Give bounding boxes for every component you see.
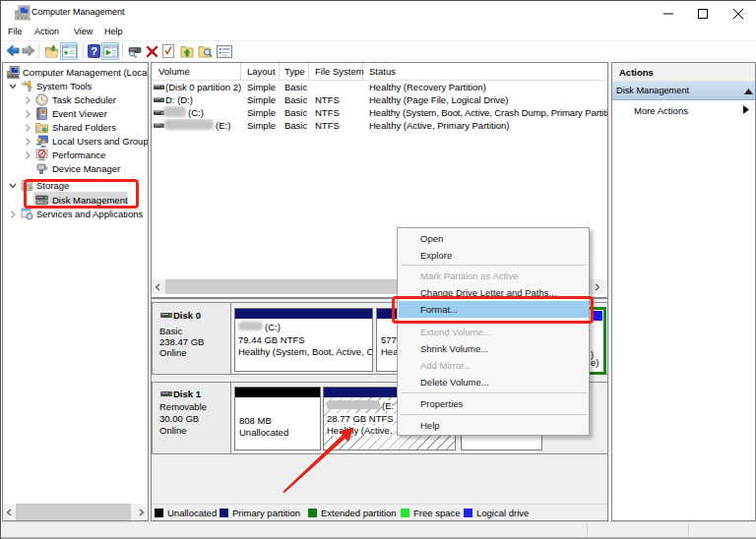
svg-text:?: ?: [91, 45, 97, 57]
